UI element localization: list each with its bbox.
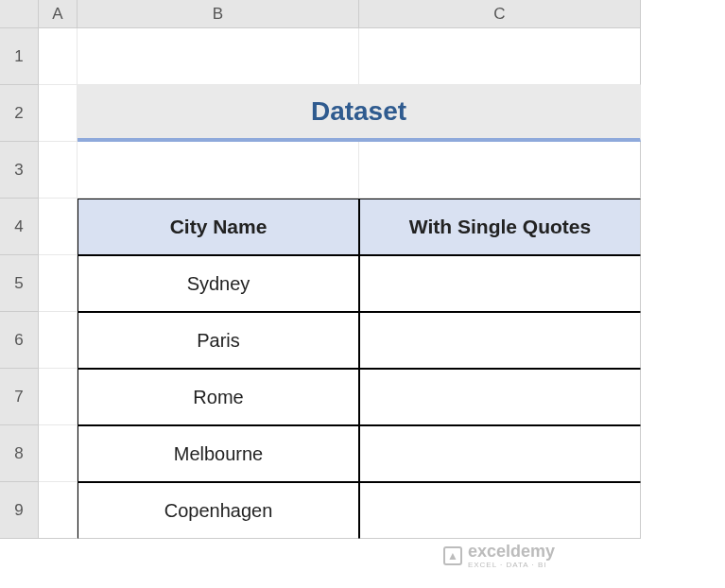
- header-city-name[interactable]: City Name: [78, 199, 359, 255]
- row-header-3[interactable]: 3: [0, 142, 39, 199]
- select-all-corner[interactable]: [0, 0, 39, 28]
- row-header-8[interactable]: 8: [0, 425, 39, 482]
- cell-a5[interactable]: [39, 255, 78, 312]
- watermark-sub: EXCEL · DATA · BI: [468, 562, 555, 569]
- cell-c5[interactable]: [359, 255, 641, 312]
- row-header-4[interactable]: 4: [0, 199, 39, 255]
- cell-a3[interactable]: [39, 142, 78, 199]
- watermark-icon: ▲: [443, 546, 462, 565]
- row-header-2[interactable]: 2: [0, 85, 39, 142]
- cell-b5[interactable]: Sydney: [78, 255, 359, 312]
- column-header-c[interactable]: C: [359, 0, 641, 28]
- cell-b8[interactable]: Melbourne: [78, 425, 359, 482]
- watermark-main: exceldemy: [468, 542, 555, 561]
- cell-b3[interactable]: [78, 142, 359, 199]
- cell-c7[interactable]: [359, 369, 641, 425]
- column-header-b[interactable]: B: [78, 0, 359, 28]
- header-single-quotes[interactable]: With Single Quotes: [359, 199, 641, 255]
- title-cell[interactable]: Dataset: [78, 85, 641, 142]
- row-header-5[interactable]: 5: [0, 255, 39, 312]
- cell-b9[interactable]: Copenhagen: [78, 482, 359, 539]
- cell-c3[interactable]: [359, 142, 641, 199]
- cell-a6[interactable]: [39, 312, 78, 369]
- row-header-1[interactable]: 1: [0, 28, 39, 85]
- cell-a8[interactable]: [39, 425, 78, 482]
- cell-b6[interactable]: Paris: [78, 312, 359, 369]
- cell-a9[interactable]: [39, 482, 78, 539]
- cell-a7[interactable]: [39, 369, 78, 425]
- watermark: ▲ exceldemy EXCEL · DATA · BI: [443, 542, 555, 569]
- cell-c9[interactable]: [359, 482, 641, 539]
- cell-b7[interactable]: Rome: [78, 369, 359, 425]
- cell-a1[interactable]: [39, 28, 78, 85]
- cell-c6[interactable]: [359, 312, 641, 369]
- column-header-a[interactable]: A: [39, 0, 78, 28]
- cell-a4[interactable]: [39, 199, 78, 255]
- row-header-6[interactable]: 6: [0, 312, 39, 369]
- cell-b1[interactable]: [78, 28, 359, 85]
- spreadsheet-grid: A B C 1 2 Dataset 3 4 City Name With Sin…: [0, 0, 725, 539]
- cell-a2[interactable]: [39, 85, 78, 142]
- row-header-7[interactable]: 7: [0, 369, 39, 425]
- cell-c1[interactable]: [359, 28, 641, 85]
- row-header-9[interactable]: 9: [0, 482, 39, 539]
- cell-c8[interactable]: [359, 425, 641, 482]
